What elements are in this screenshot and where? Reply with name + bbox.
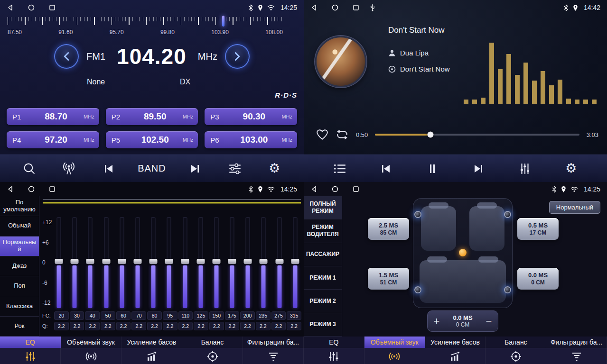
preset-button[interactable]: P6 103.00 MHz (205, 131, 297, 148)
tab-eq[interactable]: EQ (304, 337, 364, 348)
tab-filter[interactable]: Фильтрация ба... (243, 337, 304, 348)
eq-band-slider[interactable] (133, 217, 142, 308)
slider-knob[interactable] (228, 259, 236, 264)
slider-knob[interactable] (86, 259, 94, 264)
audio-settings-button[interactable] (224, 163, 245, 175)
slider-knob[interactable] (71, 259, 79, 264)
slider-knob[interactable] (244, 259, 252, 264)
tab-icon-eq[interactable] (0, 348, 61, 364)
eq-band-slider[interactable] (196, 217, 205, 308)
soundfield-mode-item[interactable]: ПАССАЖИР (304, 243, 342, 266)
tab-balance[interactable]: Баланс (486, 337, 546, 348)
tab-icon-balance[interactable] (486, 348, 546, 364)
tab-balance[interactable]: Баланс (182, 337, 243, 348)
eq-band-slider[interactable] (275, 217, 284, 308)
previous-button[interactable] (98, 163, 119, 174)
tab-surround[interactable]: Объёмный звук (61, 337, 121, 348)
eq-band-slider[interactable] (85, 217, 95, 308)
slider-knob[interactable] (149, 259, 158, 264)
tab-icon-filter[interactable] (243, 348, 304, 364)
recents-button[interactable] (352, 185, 360, 193)
eq-band-slider[interactable] (259, 217, 268, 308)
soundfield-mode-item[interactable]: РЕЖИМ 3 (304, 313, 342, 337)
previous-track-button[interactable] (375, 163, 396, 174)
slider-knob[interactable] (275, 259, 283, 264)
eq-preset-item[interactable]: Классика (0, 296, 39, 316)
eq-preset-item[interactable]: Нормальный (0, 237, 39, 256)
repeat-button[interactable] (336, 129, 349, 140)
eq-preset-item[interactable]: Джаз (0, 256, 39, 276)
preset-button[interactable]: P5 102.50 MHz (106, 131, 198, 148)
tab-icon-bass-boost[interactable] (425, 348, 486, 364)
tab-eq[interactable]: EQ (0, 337, 61, 348)
delay-front-right[interactable]: 0.5 MS 17 CM (517, 218, 559, 240)
preset-button[interactable]: P4 97.20 MHz (7, 131, 99, 148)
back-button[interactable] (310, 185, 318, 193)
eq-band-slider[interactable] (227, 217, 237, 308)
soundfield-mode-item[interactable]: ПОЛНЫЙ РЕЖИМ (304, 196, 342, 219)
tab-icon-filter[interactable] (546, 348, 607, 364)
delay-rear-right[interactable]: 0.0 MS 0 CM (517, 268, 559, 290)
home-button[interactable] (331, 4, 339, 11)
decrease-delay-button[interactable]: − (480, 315, 498, 328)
eq-band-slider[interactable] (102, 217, 111, 308)
slider-knob[interactable] (181, 259, 189, 264)
next-button[interactable] (185, 163, 205, 174)
slider-knob[interactable] (196, 259, 205, 264)
recents-button[interactable] (48, 4, 56, 11)
tab-icon-surround[interactable] (61, 348, 121, 364)
tab-filter[interactable]: Фильтрация ба... (546, 337, 607, 348)
soundfield-mode-item[interactable]: РЕЖИМ ВОДИТЕЛЯ (304, 219, 342, 243)
recents-button[interactable] (352, 4, 360, 11)
preset-button[interactable]: P3 90.30 MHz (205, 108, 297, 125)
next-track-button[interactable] (468, 163, 489, 174)
tab-icon-balance[interactable] (182, 348, 243, 364)
broadcast-button[interactable] (58, 162, 79, 175)
eq-band-slider[interactable] (149, 217, 158, 308)
soundfield-mode-item[interactable]: РЕЖИМ 2 (304, 290, 342, 313)
delay-front-left[interactable]: 2.5 MS 85 CM (368, 218, 409, 240)
eq-band-slider[interactable] (117, 217, 127, 308)
back-button[interactable] (7, 4, 14, 11)
home-button[interactable] (28, 4, 35, 11)
tune-down-button[interactable] (54, 44, 79, 69)
eq-preset-item[interactable]: По умолчанию (0, 196, 39, 216)
slider-knob[interactable] (55, 259, 63, 264)
pause-button[interactable] (422, 163, 443, 175)
back-button[interactable] (310, 4, 318, 11)
listening-position-marker[interactable] (459, 249, 467, 256)
band-button[interactable]: BAND (138, 163, 166, 174)
eq-band-slider[interactable] (164, 217, 174, 308)
soundfield-mode-item[interactable]: РЕЖИМ 1 (304, 266, 342, 290)
tab-bass-boost[interactable]: Усиление басов (121, 337, 182, 348)
home-button[interactable] (331, 185, 339, 193)
back-button[interactable] (7, 185, 14, 193)
progress-knob[interactable] (427, 132, 433, 138)
recents-button[interactable] (48, 185, 56, 193)
settings-button[interactable]: ⚙ (264, 162, 285, 175)
frequency-scale[interactable]: 87.5091.6095.7099.80103.90108.00 (8, 17, 283, 39)
scan-button[interactable] (19, 162, 40, 175)
eq-band-slider[interactable] (54, 217, 64, 308)
settings-button[interactable]: ⚙ (560, 162, 581, 175)
favorite-button[interactable] (316, 129, 328, 140)
slider-knob[interactable] (118, 259, 126, 264)
tune-up-button[interactable] (225, 44, 250, 69)
slider-knob[interactable] (133, 259, 141, 264)
tab-icon-surround[interactable] (364, 348, 425, 364)
eq-preset-item[interactable]: Рок (0, 317, 39, 337)
increase-delay-button[interactable]: + (428, 315, 446, 328)
progress-bar[interactable] (375, 134, 579, 136)
eq-preset-item[interactable]: Обычай (0, 216, 39, 236)
slider-knob[interactable] (291, 259, 299, 264)
eq-band-slider[interactable] (290, 217, 300, 308)
eq-band-slider[interactable] (243, 217, 252, 308)
preset-button[interactable]: P1 88.70 MHz (7, 108, 99, 125)
audio-settings-button[interactable] (514, 163, 535, 175)
preset-button[interactable]: P2 89.50 MHz (106, 108, 198, 125)
tab-icon-eq[interactable] (304, 348, 364, 364)
slider-knob[interactable] (165, 259, 173, 264)
eq-band-slider[interactable] (180, 217, 190, 308)
eq-band-slider[interactable] (70, 217, 79, 308)
eq-preset-item[interactable]: Поп (0, 276, 39, 296)
